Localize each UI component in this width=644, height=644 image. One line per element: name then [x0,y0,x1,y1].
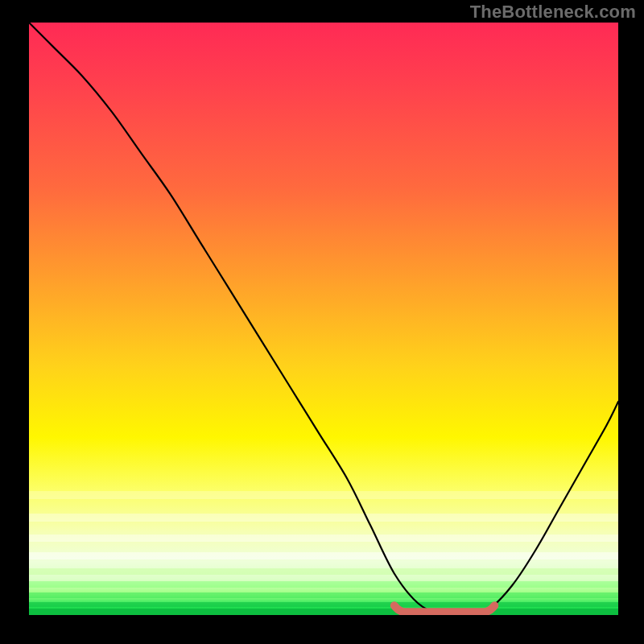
watermark-text: TheBottleneck.com [470,2,636,23]
chart-frame: TheBottleneck.com [0,0,644,644]
band-4 [29,552,618,559]
band-6 [29,581,618,588]
band-1 [29,491,618,499]
band-9 [29,609,618,615]
band-2 [29,514,618,522]
band-8 [29,602,618,607]
band-5 [29,568,618,575]
band-7 [29,592,618,598]
plot-area [29,23,618,615]
heatmap-gradient [29,23,618,615]
band-3 [29,535,618,542]
